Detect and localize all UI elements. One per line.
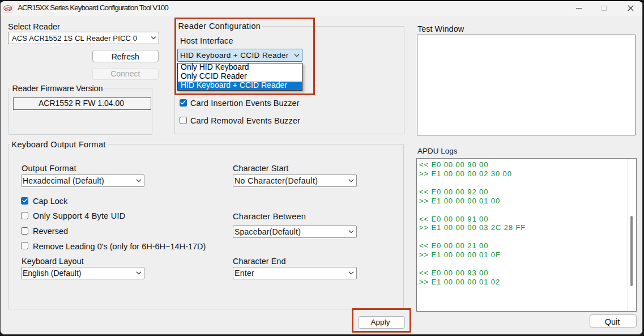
- svg-text:ACS: ACS: [5, 7, 11, 10]
